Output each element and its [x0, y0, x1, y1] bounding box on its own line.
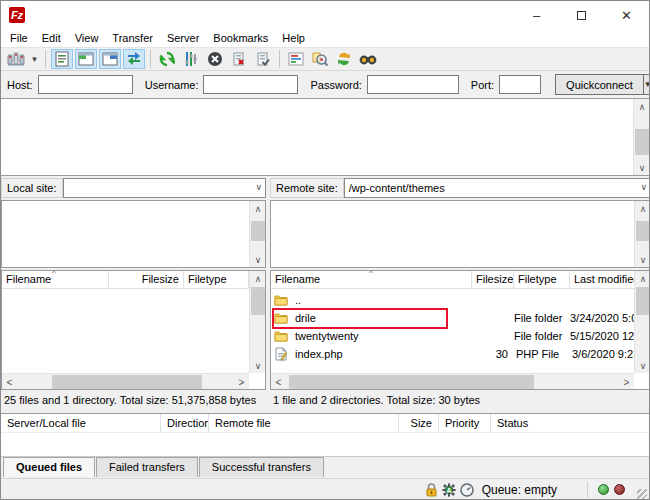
column-filesize[interactable]: Filesize — [472, 271, 514, 288]
tab-failed-transfers[interactable]: Failed transfers — [96, 457, 198, 477]
filetype-gear-icon[interactable]: A — [442, 483, 456, 497]
menu-server[interactable]: Server — [160, 31, 206, 45]
menu-help[interactable]: Help — [275, 31, 312, 45]
scroll-up-icon[interactable]: ∧ — [250, 201, 266, 216]
menu-view[interactable]: View — [68, 31, 106, 45]
file-row-index-php[interactable]: index.php 30 PHP File 3/6/2020 9:23 — [271, 345, 634, 363]
scroll-right-icon[interactable]: > — [234, 374, 249, 390]
message-log-icon — [55, 51, 69, 67]
local-site-combobox[interactable]: ∨ — [63, 178, 266, 198]
menu-edit[interactable]: Edit — [35, 31, 68, 45]
scroll-up-icon[interactable]: ∧ — [634, 99, 650, 114]
close-button[interactable]: ✕ — [604, 1, 649, 29]
password-input[interactable] — [367, 75, 459, 94]
remote-file-list: Filename ^ Filesize Filetype Last modifi… — [270, 270, 650, 390]
column-filetype[interactable]: Filetype — [514, 271, 570, 288]
remote-list-vscrollbar[interactable]: ∧ ∨ — [634, 271, 650, 373]
scroll-down-icon[interactable]: ∨ — [635, 252, 650, 267]
local-list-body[interactable] — [2, 289, 249, 373]
file-row-drile[interactable]: drile File folder 3/24/2020 5:0 — [271, 309, 634, 327]
scroll-thumb[interactable] — [635, 129, 649, 155]
compare-button[interactable] — [309, 49, 331, 69]
column-priority[interactable]: Priority — [439, 414, 491, 432]
refresh-button[interactable] — [156, 49, 178, 69]
scroll-up-icon[interactable]: ∧ — [635, 201, 650, 216]
remote-list-hscrollbar[interactable]: < > — [271, 373, 634, 389]
port-input[interactable] — [499, 75, 541, 94]
local-list-hscrollbar[interactable]: < > — [2, 373, 249, 389]
site-manager-dropdown[interactable]: ▼ — [28, 49, 41, 69]
column-filesize[interactable]: Filesize — [109, 271, 184, 288]
site-manager-button[interactable] — [5, 49, 27, 69]
process-queue-button[interactable] — [180, 49, 202, 69]
quickconnect-dropdown[interactable]: ▼ — [644, 74, 650, 95]
menu-transfer[interactable]: Transfer — [105, 31, 160, 45]
scroll-thumb[interactable] — [636, 287, 650, 315]
toolbar-separator — [150, 50, 151, 68]
scroll-down-icon[interactable]: ∨ — [250, 252, 266, 267]
toggle-remote-tree-button[interactable] — [99, 49, 121, 69]
remote-tree-scrollbar[interactable]: ∧ ∨ — [634, 201, 650, 267]
resize-grip[interactable] — [637, 489, 647, 499]
transfer-queue-icon — [126, 52, 142, 66]
tab-successful-transfers[interactable]: Successful transfers — [199, 457, 324, 477]
column-last-modified[interactable]: Last modified — [570, 271, 634, 288]
lock-icon[interactable] — [425, 483, 438, 497]
remote-site-combobox[interactable]: /wp-content/themes ∨ — [344, 178, 650, 198]
column-server-local-file[interactable]: Server/Local file — [1, 414, 161, 432]
host-input[interactable] — [38, 75, 133, 94]
toggle-queue-button[interactable] — [123, 49, 145, 69]
local-list-vscrollbar[interactable]: ∧ ∨ — [249, 271, 265, 373]
scroll-up-icon[interactable]: ∧ — [250, 271, 266, 286]
local-tree-scrollbar[interactable]: ∧ ∨ — [249, 201, 265, 267]
column-status[interactable]: Status — [491, 414, 649, 432]
scroll-right-icon[interactable]: > — [619, 374, 634, 390]
scroll-up-icon[interactable]: ∧ — [635, 271, 650, 286]
scroll-left-icon[interactable]: < — [271, 374, 286, 390]
column-size[interactable]: Size — [399, 414, 439, 432]
host-label: Host: — [7, 79, 33, 91]
scroll-thumb[interactable] — [636, 221, 650, 241]
find-files-button[interactable] — [357, 49, 379, 69]
activity-led-red — [614, 484, 625, 495]
reconnect-button[interactable] — [252, 49, 274, 69]
sync-browsing-button[interactable] — [333, 49, 355, 69]
minimize-button[interactable]: – — [514, 1, 559, 29]
scroll-down-icon[interactable]: ∨ — [635, 358, 650, 373]
folder-icon — [274, 330, 288, 342]
column-direction[interactable]: Direction — [161, 414, 209, 432]
filezilla-window: Fz – ✕ File Edit View Transfer Server Bo… — [0, 0, 650, 500]
quickconnect-button[interactable]: Quickconnect — [555, 74, 644, 95]
scroll-down-icon[interactable]: ∨ — [250, 358, 266, 373]
column-filetype[interactable]: Filetype — [184, 271, 249, 288]
filter-button[interactable] — [285, 49, 307, 69]
tab-queued-files[interactable]: Queued files — [3, 457, 95, 477]
column-filename[interactable]: Filename ^ — [2, 271, 109, 288]
cancel-button[interactable] — [204, 49, 226, 69]
toggle-message-log-button[interactable] — [51, 49, 73, 69]
username-input[interactable] — [203, 75, 298, 94]
scroll-left-icon[interactable]: < — [2, 374, 17, 390]
remote-pane: Remote site: /wp-content/themes ∨ ∧ ∨ Fi… — [270, 176, 650, 409]
file-row-parent-dir[interactable]: .. — [271, 291, 634, 309]
menu-bookmarks[interactable]: Bookmarks — [206, 31, 275, 45]
scroll-thumb[interactable] — [251, 221, 265, 241]
file-row-twentytwenty[interactable]: twentytwenty File folder 5/15/2020 12: — [271, 327, 634, 345]
local-tree: ∧ ∨ — [1, 200, 266, 268]
toggle-local-tree-button[interactable] — [75, 49, 97, 69]
maximize-button[interactable] — [559, 1, 604, 29]
scroll-thumb[interactable] — [289, 375, 534, 389]
chevron-down-icon[interactable]: ∨ — [255, 182, 262, 192]
column-filename[interactable]: Filename ^ — [271, 271, 472, 288]
scroll-thumb[interactable] — [251, 287, 265, 315]
disconnect-button[interactable] — [228, 49, 250, 69]
scroll-thumb[interactable] — [52, 375, 202, 389]
column-remote-file[interactable]: Remote file — [209, 414, 399, 432]
chevron-down-icon[interactable]: ∨ — [640, 182, 647, 192]
speed-limit-gauge-icon[interactable] — [460, 483, 474, 497]
filter-icon — [288, 52, 304, 66]
menu-file[interactable]: File — [3, 31, 35, 45]
message-log-scrollbar[interactable]: ∧ ∨ — [633, 99, 649, 175]
scroll-down-icon[interactable]: ∨ — [634, 160, 650, 175]
filezilla-logo-icon: Fz — [9, 7, 25, 23]
